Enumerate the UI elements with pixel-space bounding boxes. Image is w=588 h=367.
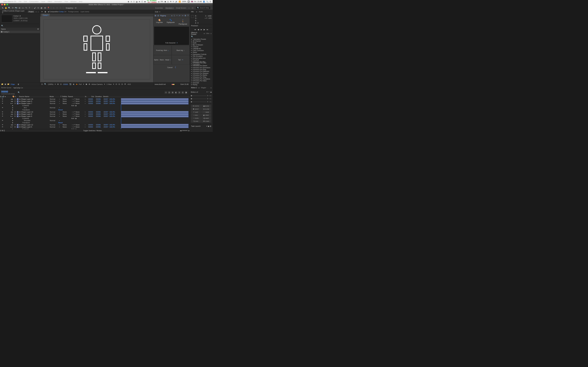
battery-icon[interactable]: 🔲 [188,1,190,3]
panel-more[interactable]: » [211,33,211,34]
roto-tool[interactable]: ✿ [44,7,46,9]
status-icon[interactable]: ▣ [164,1,166,3]
motion-slider-3[interactable]: ⊢ ⊣ ◦ [191,100,212,103]
workspace-standard[interactable]: Standard ≡ [165,7,174,9]
effect-category[interactable]: ▶Frischluft [190,59,213,61]
effects-search[interactable]: 🔍 [190,35,213,38]
panel-more[interactable]: » [211,87,211,89]
duik-tab-icon[interactable]: ⊡ [157,15,159,17]
pan-behind-tool[interactable]: ⊞ [18,7,21,9]
effect-category[interactable]: ▶Distort [190,51,213,53]
hand-tool[interactable]: ✋ [5,7,7,9]
motion-preset-select[interactable]: Motion v2▾ 〰 ⛰ [191,90,212,94]
status-icon[interactable]: ◐ [128,1,130,3]
selection-tool[interactable]: ⬉ [1,7,4,9]
view-icon[interactable]: ⊡ [119,83,120,85]
comp-flow-icon[interactable]: ▦ [44,11,46,13]
puppet-tool[interactable]: 📍 [47,7,50,9]
motion-btn-orbit[interactable]: ◐ ORBIT [201,114,211,117]
effect-category[interactable]: ▶FxFactory Pro Halftones [190,70,213,72]
axis-tool[interactable]: ⋏ [52,7,55,9]
workspace-smallscreen[interactable]: Small Screen [176,7,186,9]
tab-audio[interactable]: Audio [199,11,203,13]
effect-category[interactable]: ▶FxFactory Pro Generators [190,67,213,68]
cloud-icon[interactable]: ☁ [158,1,160,3]
panel-menu-icon[interactable]: ≡ [159,11,160,13]
tl-btn[interactable]: ▦ [185,91,187,94]
duik-tool-icon[interactable]: ⦚ [174,15,175,17]
status-icon[interactable]: ◉ [144,1,146,3]
part-front-leg[interactable]: Front leg / Arm ↓ [153,46,172,55]
effect-category[interactable]: ▶FxFactory Pro Color Correction [190,63,213,65]
spotlight-icon[interactable]: 🔍 [206,1,208,3]
app-name[interactable]: After Effects CC [3,1,16,2]
project-item-comp1[interactable]: Comp 1 [0,30,40,33]
exposure-icon[interactable]: ☢ [124,83,126,85]
shape-tool[interactable]: ▭ [21,7,24,9]
bpc-setting[interactable]: 8 bpc [11,83,15,85]
duik-help-icon[interactable]: ? [187,15,189,17]
effect-category[interactable]: ▶FxFactory Pro Transitions [190,78,213,80]
view-toggle-icon[interactable]: ⊡ [41,83,43,85]
part-spine[interactable]: Spine - Neck - Head ↕ [153,55,172,65]
effect-category[interactable]: ▶francois-tarlier.com [190,57,213,59]
tab-effects-presets[interactable]: Effects & Presets [191,32,202,35]
grid-icon[interactable]: ⊡ [60,83,61,85]
menu-effect[interactable]: Effect [48,1,52,2]
dropbox-icon[interactable]: ⬓ [136,1,138,3]
status-icon[interactable]: ↻ [173,1,174,3]
motion-btn-name[interactable]: ⋯ NAME [201,111,211,113]
comp-subtab[interactable]: Comp 1 [41,14,50,16]
effect-category[interactable]: ▶Film Emulation [190,55,213,57]
proj-cols-icon[interactable]: ⊞ [37,28,39,30]
motion-btn-excite[interactable]: ✦ EXCITE [191,105,201,107]
tab-info[interactable]: Info [191,11,194,13]
workspace-essentials[interactable]: Essentials [155,7,163,9]
menu-view[interactable]: View [64,1,68,2]
menu-animation[interactable]: Animation [54,1,62,2]
motion-btn-spin[interactable]: ↻ SPIN [191,120,201,123]
task-launch[interactable]: Task Launch [191,125,201,127]
tab-project[interactable]: Project [28,10,34,13]
effect-category[interactable]: ▶FxFactory Pro Stylize [190,74,213,76]
next-frame-icon[interactable]: |▶ [204,29,205,31]
view-count[interactable]: 1 View [107,83,112,85]
snapping-toggle[interactable]: Snapping⌐⊡ [66,7,76,9]
active-camera[interactable]: Active Camera [92,83,103,85]
menu-help[interactable]: Help [79,1,82,2]
effect-category[interactable]: ▶FxFactory Pro Sharpen [190,72,213,74]
color-icon[interactable]: ◆ [76,83,77,85]
minimize-button[interactable] [4,4,6,5]
tl-btn[interactable]: ⊡ [168,91,170,94]
brush-tool[interactable]: 🖌 [34,7,36,9]
search-help[interactable]: 🔍 Search Help [196,7,210,9]
play-icon[interactable]: ▶ [201,29,202,31]
effect-category[interactable]: ▶Expression Controls [190,53,213,55]
rotate-tool[interactable]: ⟳ [11,7,14,9]
motion-btn-burst[interactable]: ✹ BURST [191,108,201,110]
motion-btn-clone[interactable]: ⊙ CLONE [201,108,211,110]
magnify-icon[interactable]: 🔍 [44,83,46,85]
duik-tab-icon[interactable]: ⊞ [155,15,156,17]
effect-category[interactable]: ▶Generate [190,82,213,84]
view-icon[interactable]: ⊡ [121,83,123,85]
flag-icon[interactable]: 🇬🇧 [191,1,193,3]
new-folder-icon[interactable]: 📂 [7,83,9,85]
menu-layer[interactable]: Layer [41,1,45,2]
effect-category[interactable]: ▶FxFactory Pro Glow [190,68,213,70]
tab-layer[interactable]: Layer (none) [80,11,89,13]
clock-time[interactable]: 21:48 [197,1,202,2]
timeline-search[interactable]: 🔍 [18,92,20,93]
pen-tool[interactable]: ✎ [25,7,27,9]
duik-tool-icon[interactable]: 〰 [176,15,178,17]
tl-btn[interactable]: ◐ [175,91,177,94]
full-character-button[interactable]: Full character⋏ [154,27,189,45]
mode-plantigrade[interactable]: 🚶Plantigrade [179,19,187,25]
trash-icon[interactable]: 🗑 [17,83,19,85]
exposure[interactable]: +0.0 [127,83,131,85]
tab-footage[interactable]: Footage (none) [68,11,78,13]
motion-slider-2[interactable]: ⊢ ⊣ ◦ [191,97,212,100]
tab-libraries[interactable]: Libra [206,33,209,34]
status-icon[interactable]: ⊙ [131,1,132,3]
menu-composition[interactable]: Composition [29,1,39,2]
